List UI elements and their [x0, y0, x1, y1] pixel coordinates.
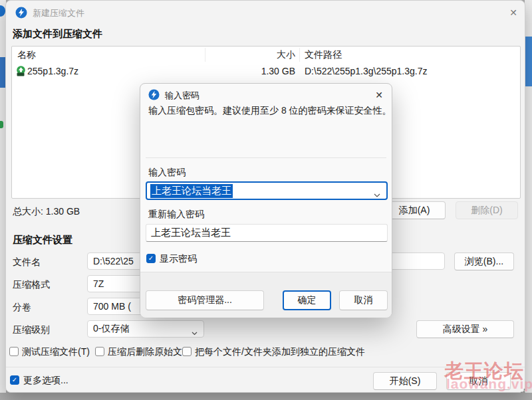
chevron-down-icon[interactable] [374, 189, 380, 201]
filename-value: D:\522\25 [93, 256, 134, 266]
password-cancel-button[interactable]: 取消 [339, 290, 388, 310]
dialog-divider [146, 157, 386, 158]
file-row-name[interactable]: 255p1.3g.7z [27, 66, 78, 76]
delete-after-checkbox[interactable] [95, 347, 104, 356]
password-dialog-close-icon[interactable]: ✕ [369, 86, 389, 104]
password-combobox[interactable]: 上老王论坛当老王 [146, 181, 388, 200]
test-archive-label[interactable]: 测试压缩文件(T) [22, 346, 90, 358]
column-divider [299, 48, 300, 62]
column-header-name[interactable]: 名称 [17, 49, 36, 61]
password-dialog: 输入密码 ✕ 输入压缩包密码。建议使用至少 8 位的密码来保证安全性。 输入密码… [140, 83, 392, 318]
footer-divider [6, 367, 525, 367]
more-options-checkbox[interactable]: ✓ [10, 375, 19, 385]
password-dialog-app-icon [148, 89, 160, 100]
show-password-checkbox[interactable]: ✓ [146, 254, 156, 263]
cancel-button[interactable]: 取消 [446, 372, 511, 390]
show-password-label[interactable]: 显示密码 [160, 253, 197, 265]
password-dialog-title: 输入密码 [165, 90, 200, 102]
level-dropdown[interactable]: 0-仅存储 [87, 320, 204, 338]
background-file-icon-fragment [0, 121, 3, 128]
ok-button[interactable]: 确定 [283, 290, 331, 310]
archive-settings-heading: 压缩文件设置 [13, 234, 72, 247]
start-button[interactable]: 开始(S) [373, 372, 437, 390]
test-archive-checkbox[interactable] [9, 347, 19, 356]
add-button[interactable]: 添加(A) [383, 201, 446, 219]
background-blue-bar [525, 37, 532, 86]
confirm-password-value: 上老王论坛当老王 [151, 227, 231, 239]
column-header-path[interactable]: 文件路径 [305, 49, 342, 61]
delete-after-label[interactable]: 压缩后删除原始文件 [108, 346, 192, 358]
password-description: 输入压缩包密码。建议使用至少 8 位的密码来保证安全性。 [148, 105, 388, 117]
separate-archives-checkbox[interactable] [182, 347, 192, 356]
confirm-password-label: 重新输入密码 [148, 209, 204, 221]
total-size-label: 总大小: 1.30 GB [13, 206, 80, 218]
add-files-heading: 添加文件到压缩文件 [13, 28, 102, 41]
level-value: 0-仅存储 [93, 323, 129, 335]
window-title: 新建压缩文件 [33, 7, 84, 19]
close-icon[interactable]: ✕ [503, 4, 523, 21]
separate-archives-label[interactable]: 把每个文件/文件夹添加到独立的压缩文件 [195, 346, 365, 358]
password-manager-button[interactable]: 密码管理器... [146, 290, 264, 310]
chevron-down-icon [192, 327, 198, 338]
filename-label: 文件名 [13, 256, 41, 268]
password-label: 输入密码 [148, 167, 186, 179]
level-label: 压缩级别 [13, 324, 50, 336]
file-row-size: 1.30 GB [231, 66, 295, 76]
delete-button[interactable]: 删除(D) [456, 201, 518, 219]
column-divider [205, 48, 205, 62]
advanced-settings-button[interactable]: 高级设置 » [416, 320, 514, 338]
screenshot-canvas: 新建压缩文件 ✕ 添加文件到压缩文件 名称 大小 文件路径 255p1.3g.7… [0, 0, 532, 400]
split-label: 分卷 [13, 302, 31, 314]
split-value: 700 MB ( [93, 301, 131, 312]
app-icon [15, 7, 27, 19]
confirm-password-input[interactable]: 上老王论坛当老王 [146, 224, 388, 242]
more-options-label[interactable]: 更多选项... [23, 375, 68, 387]
7z-file-icon [16, 66, 26, 76]
resize-grip[interactable] [518, 385, 526, 397]
column-header-size[interactable]: 大小 [231, 49, 295, 61]
format-value: 7Z [93, 278, 104, 289]
background-app-icon-fragment [0, 5, 5, 17]
password-value-selected: 上老王论坛当老王 [150, 184, 233, 198]
file-row-path: D:\522\255p1.3g\255p1.3g.7z [305, 66, 428, 76]
browse-button[interactable]: 浏览(B)... [454, 252, 514, 270]
format-label: 压缩格式 [13, 279, 50, 291]
